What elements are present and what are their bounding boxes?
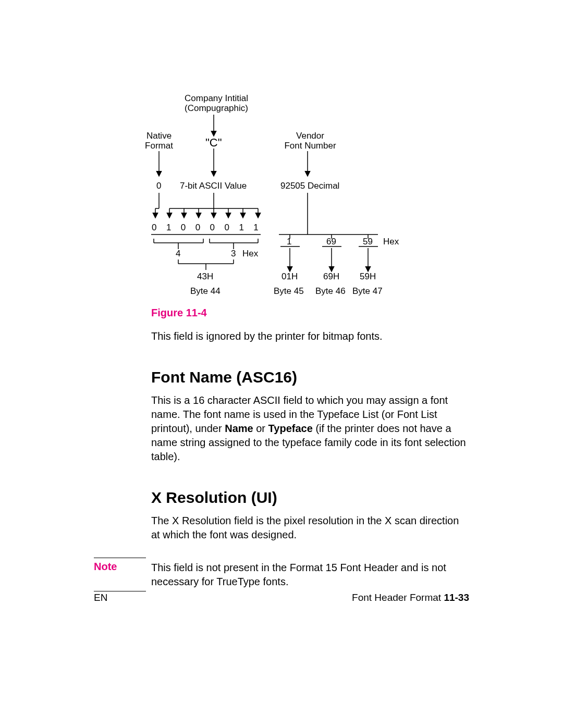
label-01h: 01H: [282, 272, 298, 282]
label-zero: 0: [156, 181, 161, 191]
label-byte44: Byte 44: [190, 287, 221, 297]
label-hex3: 3: [231, 249, 236, 259]
figure-diagram: Company Intitial (Compugraphic) Native F…: [151, 89, 412, 300]
footer-section-title: Font Header Format: [352, 592, 444, 603]
label-r69: 69: [326, 237, 336, 247]
paragraph-font-name: This is a 16 character ASCII field to wh…: [151, 393, 469, 464]
note-label: Note: [94, 561, 117, 573]
label-byte46: Byte 46: [315, 287, 346, 297]
label-43h: 43H: [197, 272, 213, 282]
footer-page-number: 11-33: [444, 592, 469, 603]
footer-right: Font Header Format 11-33: [352, 592, 469, 603]
page-content: Company Intitial (Compugraphic) Native F…: [94, 89, 469, 589]
heading-font-name: Font Name (ASC16): [151, 368, 469, 386]
text-bold-name: Name: [225, 423, 253, 434]
label-bits: 0 1 0 0 0 0 1 1: [152, 223, 260, 233]
label-ascii: 7-bit ASCII Value: [180, 181, 247, 191]
label-r59: 59: [363, 237, 373, 247]
heading-x-resolution: X Resolution (UI): [151, 489, 469, 507]
note-block: Note This field is not present in the Fo…: [94, 561, 469, 589]
figure-caption: Figure 11-4: [151, 307, 469, 319]
note-rule-top: [94, 558, 146, 558]
label-decimal: 92505 Decimal: [280, 181, 339, 191]
label-69h: 69H: [323, 272, 339, 282]
note-text: This field is not present in the Format …: [151, 561, 469, 589]
label-native-format: Native Format: [143, 131, 175, 151]
label-c: "C": [205, 137, 222, 149]
label-byte45: Byte 45: [274, 287, 304, 297]
label-59h: 59H: [360, 272, 376, 282]
label-company-initial: Company Intitial (Compugraphic): [182, 94, 250, 113]
label-hex-right: Hex: [383, 237, 399, 247]
diagram-lines: [151, 89, 412, 300]
label-r1: 1: [287, 237, 291, 247]
footer-left: EN: [94, 592, 107, 603]
note-rule-bottom: [94, 591, 146, 591]
paragraph-x-resolution: The X Resolution field is the pixel reso…: [151, 514, 469, 542]
text-bold-typeface: Typeface: [268, 423, 313, 434]
label-hex-left: Hex: [242, 249, 258, 259]
paragraph-ignored: This field is ignored by the printer for…: [151, 329, 469, 343]
label-vendor: Vendor Font Number: [282, 131, 339, 151]
label-byte47: Byte 47: [352, 287, 383, 297]
label-hex4: 4: [176, 249, 180, 259]
text-run: or: [253, 423, 268, 434]
